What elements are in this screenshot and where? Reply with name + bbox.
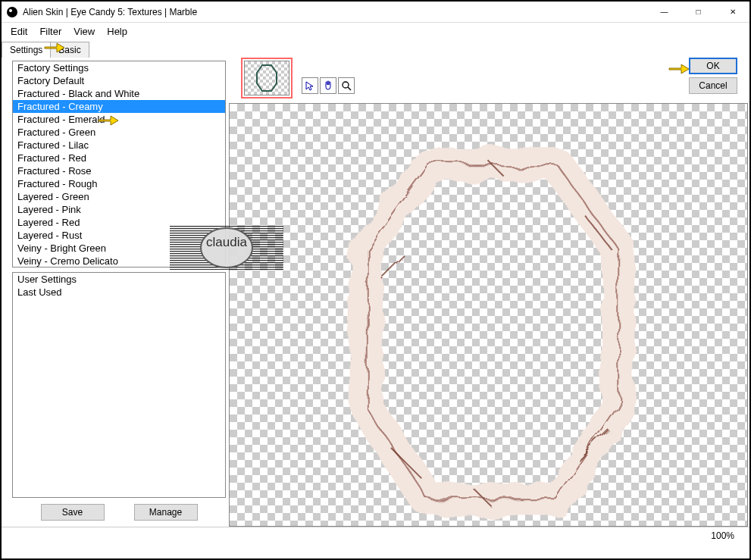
factory-settings-list[interactable]: Factory SettingsFactory DefaultFractured… xyxy=(12,61,226,267)
svg-point-0 xyxy=(7,7,17,17)
list-item[interactable]: Fractured - Lilac xyxy=(13,139,225,152)
statusbar: 100% xyxy=(2,527,749,543)
svg-point-3 xyxy=(343,82,349,88)
preview-area[interactable] xyxy=(229,103,748,527)
ok-button[interactable]: OK xyxy=(689,58,737,74)
window-controls: — □ ✕ xyxy=(647,2,749,22)
zoom-level: 100% xyxy=(711,530,734,541)
pointer-tool-icon[interactable] xyxy=(302,77,318,94)
list-item[interactable]: Veiny - Bright Green xyxy=(13,242,225,255)
cancel-button[interactable]: Cancel xyxy=(689,77,737,94)
list-item[interactable]: Layered - Rust xyxy=(13,229,225,242)
zoom-tool-icon[interactable] xyxy=(338,77,355,94)
list-item[interactable]: Layered - Pink xyxy=(13,203,225,216)
main-area: Factory SettingsFactory DefaultFractured… xyxy=(2,58,749,527)
left-panel: Factory SettingsFactory DefaultFractured… xyxy=(2,58,229,527)
list-buttons: Save Manage xyxy=(12,498,226,524)
svg-line-4 xyxy=(348,87,351,90)
list-item[interactable]: Fractured - Red xyxy=(13,152,225,164)
svg-marker-2 xyxy=(257,65,277,91)
list-item[interactable]: Layered - Green xyxy=(13,190,225,203)
tabs: Settings Basic xyxy=(2,39,749,58)
list-item[interactable]: Fractured - Rough xyxy=(13,177,225,190)
list-item[interactable]: Layered - Red xyxy=(13,216,225,229)
svg-point-1 xyxy=(9,9,12,12)
menu-filter[interactable]: Filter xyxy=(33,24,67,39)
thumbnail xyxy=(244,61,289,95)
hand-tool-icon[interactable] xyxy=(320,77,336,94)
preview-tools xyxy=(302,77,355,94)
list-item[interactable]: Fractured - Black and White xyxy=(13,87,225,100)
manage-button[interactable]: Manage xyxy=(134,504,198,521)
maximize-button[interactable]: □ xyxy=(681,2,715,22)
list-item[interactable]: Fractured - Emerald xyxy=(13,113,225,126)
minimize-button[interactable]: — xyxy=(647,2,681,22)
thumbnail-frame xyxy=(241,58,293,99)
tab-basic[interactable]: Basic xyxy=(50,42,89,58)
titlebar: Alien Skin | Eye Candy 5: Textures | Mar… xyxy=(2,2,749,23)
save-button[interactable]: Save xyxy=(41,504,105,521)
tab-settings[interactable]: Settings xyxy=(2,42,51,58)
window-title: Alien Skin | Eye Candy 5: Textures | Mar… xyxy=(23,7,647,17)
dialog-buttons: OK Cancel xyxy=(689,58,737,94)
close-button[interactable]: ✕ xyxy=(715,2,749,22)
menubar: Edit Filter View Help xyxy=(2,23,749,39)
list-item[interactable]: Fractured - Creamy xyxy=(13,100,225,113)
user-settings-list[interactable]: User SettingsLast Used xyxy=(12,272,226,498)
list-item[interactable]: Veiny - Cremo Delicato xyxy=(13,255,225,267)
app-icon xyxy=(6,6,18,18)
svg-marker-5 xyxy=(367,164,618,499)
top-strip: OK Cancel xyxy=(229,58,749,103)
list-header: Factory Settings xyxy=(13,61,225,74)
right-panel: OK Cancel xyxy=(229,58,749,527)
list-item[interactable]: Factory Default xyxy=(13,74,225,87)
menu-view[interactable]: View xyxy=(67,24,101,39)
menu-help[interactable]: Help xyxy=(101,24,133,39)
menu-edit[interactable]: Edit xyxy=(5,24,33,39)
list-item[interactable]: Last Used xyxy=(13,286,225,299)
list-item[interactable]: Fractured - Green xyxy=(13,126,225,139)
list-item[interactable]: Fractured - Rose xyxy=(13,164,225,177)
list-header: User Settings xyxy=(13,273,225,286)
